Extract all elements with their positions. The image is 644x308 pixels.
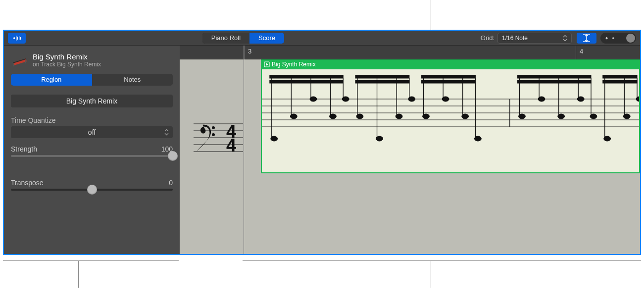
svg-point-29	[290, 114, 297, 119]
callout-line-inspector-h	[3, 260, 179, 261]
instrument-keyboard-icon	[11, 53, 28, 67]
svg-point-55	[474, 136, 481, 141]
grid-label: Grid:	[481, 34, 495, 42]
svg-point-65	[577, 97, 584, 102]
editor-body: Big Synth Remix on Track Big Synth Remix…	[4, 46, 640, 254]
chevron-updown-icon	[164, 129, 169, 136]
time-quantize-value: off	[88, 128, 96, 136]
svg-point-41	[376, 136, 383, 141]
transpose-label: Transpose	[11, 179, 44, 187]
svg-point-63	[558, 114, 565, 119]
time-quantize-select[interactable]: off	[11, 126, 173, 138]
ruler-mark: 4	[580, 48, 583, 55]
transpose-value: 0	[169, 179, 173, 187]
svg-rect-47	[422, 80, 476, 83]
inspector-tabs: Region Notes	[11, 74, 173, 86]
svg-point-45	[408, 97, 415, 102]
bass-clef: 4 4	[194, 119, 243, 161]
svg-rect-68	[603, 75, 637, 78]
editor-header: Piano Roll Score Grid: 1/16 Note	[4, 31, 640, 46]
toggle-knob	[626, 34, 635, 43]
svg-rect-3	[20, 37, 21, 40]
catch-playhead-button[interactable]	[8, 33, 26, 44]
svg-rect-24	[270, 75, 343, 78]
svg-rect-37	[355, 80, 409, 83]
inspector-panel: Big Synth Remix on Track Big Synth Remix…	[4, 46, 180, 254]
svg-point-53	[462, 114, 469, 119]
svg-point-49	[423, 114, 430, 119]
svg-rect-25	[270, 80, 343, 83]
svg-rect-6	[13, 63, 14, 66]
music-notation	[262, 69, 639, 173]
grid-select[interactable]: 1/16 Note	[497, 33, 572, 44]
strength-slider[interactable]	[11, 155, 173, 157]
svg-rect-57	[518, 80, 591, 83]
svg-point-35	[342, 97, 349, 102]
svg-point-14	[212, 133, 215, 136]
svg-point-27	[271, 136, 278, 141]
svg-point-51	[442, 97, 449, 102]
vertical-auto-zoom-button[interactable]	[577, 33, 596, 44]
region-header-strip[interactable]: Big Synth Remix	[261, 59, 640, 69]
svg-rect-69	[603, 80, 637, 83]
score-editor-window: Piano Roll Score Grid: 1/16 Note	[3, 30, 641, 255]
svg-point-39	[356, 114, 363, 119]
tab-notes[interactable]: Notes	[92, 74, 173, 86]
chevron-updown-icon	[563, 35, 567, 42]
loop-icon	[264, 61, 270, 67]
svg-point-43	[396, 114, 402, 119]
region-subtitle: on Track Big Synth Remix	[33, 61, 101, 68]
svg-point-71	[604, 136, 611, 141]
svg-point-33	[330, 114, 337, 119]
svg-rect-56	[518, 75, 591, 78]
callout-line-main-h	[243, 260, 641, 261]
svg-point-75	[636, 97, 639, 102]
ruler-mark: 3	[248, 48, 251, 55]
svg-point-13	[212, 126, 215, 129]
callout-line-inspector-v	[78, 260, 79, 288]
svg-point-73	[623, 114, 630, 119]
region-strip-name: Big Synth Remix	[272, 61, 316, 68]
svg-point-59	[519, 114, 526, 119]
grid-select-value: 1/16 Note	[502, 35, 528, 42]
region-name-field[interactable]: Big Synth Remix	[11, 95, 173, 107]
svg-rect-0	[16, 36, 16, 41]
svg-point-61	[538, 97, 545, 102]
transpose-slider[interactable]	[11, 189, 173, 191]
slider-thumb[interactable]	[87, 185, 97, 195]
region-title: Big Synth Remix	[33, 52, 101, 61]
tab-score[interactable]: Score	[249, 33, 284, 44]
svg-rect-36	[355, 75, 409, 78]
slider-thumb[interactable]	[168, 151, 178, 161]
callout-line-main-v	[431, 260, 431, 288]
svg-point-67	[590, 114, 597, 119]
horizontal-zoom-toggle[interactable]	[600, 33, 636, 44]
time-quantize-label: Time Quantize	[11, 116, 173, 124]
svg-rect-1	[17, 37, 18, 40]
time-ruler[interactable]: 3 4	[244, 46, 640, 59]
svg-point-31	[310, 97, 317, 102]
clef-column: 4 4	[180, 46, 244, 254]
score-area: 4 4 3 4 Big Synth Remix	[180, 46, 640, 254]
tab-piano-roll[interactable]: Piano Roll	[202, 33, 249, 44]
view-mode-tabs: Piano Roll Score	[202, 33, 284, 44]
svg-rect-46	[422, 75, 476, 78]
svg-text:4: 4	[226, 135, 236, 155]
svg-rect-7	[25, 60, 26, 63]
svg-rect-2	[19, 36, 19, 40]
tab-region[interactable]: Region	[11, 74, 92, 86]
callout-line-top	[431, 0, 431, 30]
strength-label: Strength	[11, 145, 37, 153]
zoom-arrows-icon	[605, 36, 614, 41]
score-region[interactable]	[261, 69, 640, 173]
